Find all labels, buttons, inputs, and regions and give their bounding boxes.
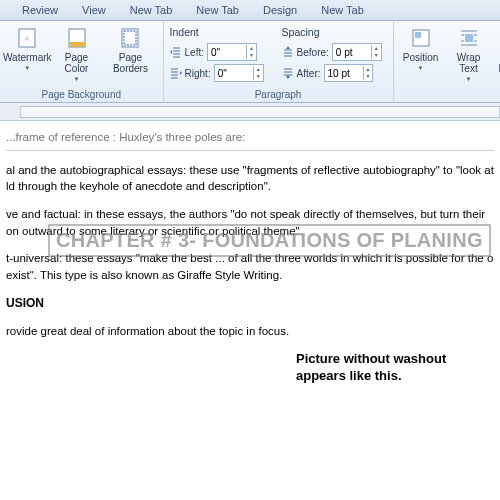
spin-down[interactable]: ▼ — [372, 52, 381, 59]
svg-rect-7 — [415, 32, 421, 38]
horizontal-ruler[interactable] — [0, 103, 500, 121]
document-area[interactable]: ...frame of reference : Huxley's three p… — [0, 121, 500, 500]
spin-up[interactable]: ▲ — [254, 66, 263, 73]
svg-text:A: A — [25, 34, 31, 43]
chevron-down-icon: ▼ — [24, 65, 30, 71]
svg-rect-8 — [465, 34, 473, 42]
doc-line-cut: ...frame of reference : Huxley's three p… — [6, 129, 494, 151]
group-page-background: A Watermark ▼ Page Color ▼ Page Borders … — [0, 21, 164, 102]
watermark-label: Watermark — [3, 52, 52, 63]
indent-right-field[interactable] — [215, 65, 253, 81]
page-color-button[interactable]: Page Color ▼ — [55, 24, 99, 84]
indent-right-input[interactable]: ▲▼ — [214, 64, 264, 82]
page-borders-icon — [118, 26, 142, 50]
wrap-text-button[interactable]: Wrap Text ▼ — [448, 24, 490, 84]
chevron-down-icon: ▼ — [466, 76, 472, 82]
chevron-down-icon: ▼ — [418, 65, 424, 71]
group-arrange: Position ▼ Wrap Text ▼ Bring Forward ▼ — [394, 21, 500, 102]
after-label: After: — [297, 68, 321, 79]
spacing-after-input[interactable]: ▲▼ — [324, 64, 374, 82]
before-label: Before: — [297, 47, 329, 58]
tab-new2[interactable]: New Tab — [184, 0, 251, 20]
spin-down[interactable]: ▼ — [254, 73, 263, 80]
indent-left-input[interactable]: ▲▼ — [207, 43, 257, 61]
indent-left-icon — [170, 46, 182, 58]
doc-heading: USION — [6, 295, 494, 312]
spacing-before-input[interactable]: ▲▼ — [332, 43, 382, 61]
spacing-header: Spacing — [282, 26, 382, 40]
spacing-before-icon — [282, 46, 294, 58]
page-color-icon — [65, 26, 89, 50]
tab-new3[interactable]: New Tab — [309, 0, 376, 20]
group-label-paragraph: Paragraph — [170, 87, 387, 102]
spin-up[interactable]: ▲ — [364, 66, 373, 73]
ribbon: A Watermark ▼ Page Color ▼ Page Borders … — [0, 21, 500, 103]
tab-design[interactable]: Design — [251, 0, 309, 20]
watermark-icon: A — [15, 26, 39, 50]
document-text: ...frame of reference : Huxley's three p… — [0, 129, 500, 340]
position-icon — [409, 26, 433, 50]
indent-right-icon — [170, 67, 182, 79]
tab-view[interactable]: View — [70, 0, 118, 20]
svg-rect-3 — [69, 42, 85, 47]
group-label-arrange — [400, 87, 500, 102]
indent-header: Indent — [170, 26, 264, 40]
wrap-text-icon — [457, 26, 481, 50]
spin-down[interactable]: ▼ — [364, 73, 373, 80]
spacing-after-icon — [282, 67, 294, 79]
wrap-text-label: Wrap Text — [451, 52, 487, 74]
spin-up[interactable]: ▲ — [247, 45, 256, 52]
bring-forward-button[interactable]: Bring Forward ▼ — [496, 24, 500, 84]
group-label-page-bg: Page Background — [6, 87, 157, 102]
doc-para-2: ve and factual: in these essays, the aut… — [6, 206, 494, 239]
left-label: Left: — [185, 47, 204, 58]
spin-down[interactable]: ▼ — [247, 52, 256, 59]
doc-para-1: al and the autobiographical essays: thes… — [6, 162, 494, 195]
doc-para-3: t-universal: these essays "make the best… — [6, 250, 494, 283]
watermark-button[interactable]: A Watermark ▼ — [6, 24, 49, 73]
page-color-label: Page Color — [58, 52, 96, 74]
indent-left-field[interactable] — [208, 44, 246, 60]
tab-review[interactable]: Review — [10, 0, 70, 20]
spacing-before-field[interactable] — [333, 44, 371, 60]
spacing-after-field[interactable] — [325, 65, 363, 81]
annotation-caption: Picture without washout appears like thi… — [296, 351, 486, 385]
position-label: Position — [403, 52, 439, 63]
group-paragraph: Indent Left: ▲▼ Right: ▲▼ — [164, 21, 394, 102]
spin-up[interactable]: ▲ — [372, 45, 381, 52]
doc-para-4: rovide great deal of information about t… — [6, 323, 494, 340]
tab-new1[interactable]: New Tab — [118, 0, 185, 20]
page-borders-button[interactable]: Page Borders — [104, 24, 156, 76]
right-label: Right: — [185, 68, 211, 79]
chevron-down-icon: ▼ — [74, 76, 80, 82]
page-borders-label: Page Borders — [107, 52, 153, 74]
ribbon-tabs: Review View New Tab New Tab Design New T… — [0, 0, 500, 21]
position-button[interactable]: Position ▼ — [400, 24, 442, 73]
